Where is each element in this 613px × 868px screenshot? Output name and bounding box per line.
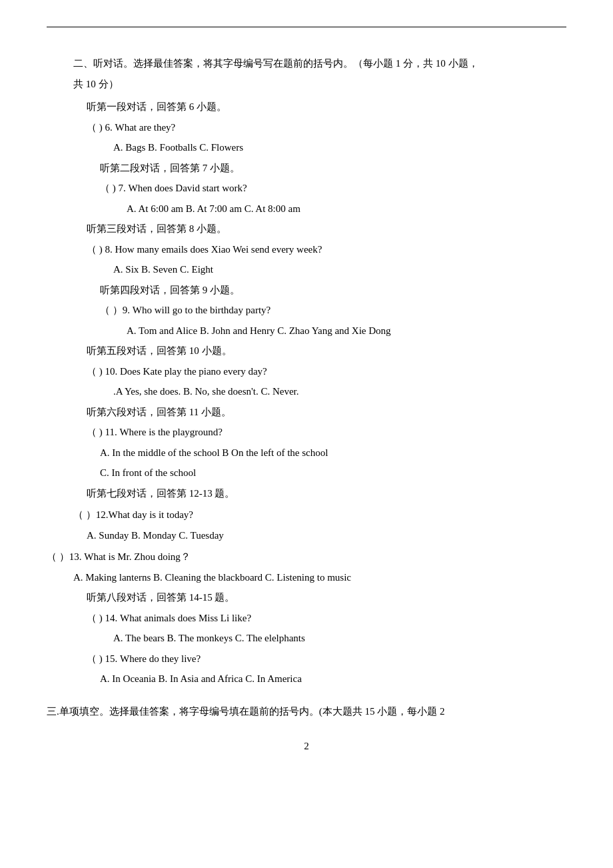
dialog8-instruction: 听第八段对话，回答第 14-15 题。 — [87, 588, 566, 607]
q13: （ ）13. What is Mr. Zhou doing？ — [47, 547, 566, 567]
q7: （ ) 7. When does David start work? — [100, 179, 566, 198]
q11: （ ) 11. Where is the playground? — [87, 423, 566, 442]
q12-options: A. Sunday B. Monday C. Tuesday — [87, 526, 566, 545]
dialog3-instruction: 听第三段对话，回答第 8 小题。 — [87, 219, 566, 239]
dialog4-instruction: 听第四段对话，回答第 9 小题。 — [100, 281, 566, 300]
dialog6-instruction: 听第六段对话，回答第 11 小题。 — [87, 403, 566, 422]
top-divider — [47, 27, 566, 27]
section2-title: 二、听对话。选择最佳答案，将其字母编号写在题前的括号内。（每小题 1 分，共 1… — [73, 54, 566, 73]
q9: （ ）9. Who will go to the birthday party? — [100, 301, 566, 320]
q10: （ ) 10. Does Kate play the piano every d… — [87, 362, 566, 381]
dialog2-instruction: 听第二段对话，回答第 7 小题。 — [100, 159, 566, 178]
q14: （ ) 14. What animals does Miss Li like? — [87, 609, 566, 628]
q13-options: A. Making lanterns B. Cleaning the black… — [73, 568, 566, 587]
dialog5-instruction: 听第五段对话，回答第 10 小题。 — [87, 341, 566, 361]
section3: 三.单项填空。选择最佳答案，将字母编号填在题前的括号内。(本大题共 15 小题，… — [47, 702, 566, 721]
q6: （ ) 6. What are they? — [87, 118, 566, 137]
page-number: 2 — [47, 741, 566, 752]
q8-options: A. Six B. Seven C. Eight — [113, 260, 566, 279]
q6-options: A. Bags B. Footballs C. Flowers — [113, 138, 566, 157]
q8: （ ) 8. How many emails does Xiao Wei sen… — [87, 240, 566, 259]
q15-options: A. In Oceania B. In Asia and Africa C. I… — [100, 669, 566, 689]
q12: （ ）12.What day is it today? — [73, 505, 566, 525]
section2-title2: 共 10 分） — [73, 75, 566, 94]
q14-options: A. The bears B. The monkeys C. The elelp… — [113, 629, 566, 648]
q11-optC: C. In front of the school — [100, 463, 566, 483]
dialog7-instruction: 听第七段对话，回答第 12-13 题。 — [87, 484, 566, 503]
dialog1-instruction: 听第一段对话，回答第 6 小题。 — [87, 97, 566, 117]
q9-options: A. Tom and Alice B. John and Henry C. Zh… — [127, 321, 566, 341]
q7-options: A. At 6:00 am B. At 7:00 am C. At 8:00 a… — [127, 199, 566, 219]
section3-title: 三.单项填空。选择最佳答案，将字母编号填在题前的括号内。(本大题共 15 小题，… — [47, 702, 566, 721]
q11-optA: A. In the middle of the school B On the … — [100, 443, 566, 463]
q15: （ ) 15. Where do they live? — [87, 649, 566, 669]
q10-options: .A Yes, she does. B. No, she doesn't. C.… — [113, 382, 566, 401]
